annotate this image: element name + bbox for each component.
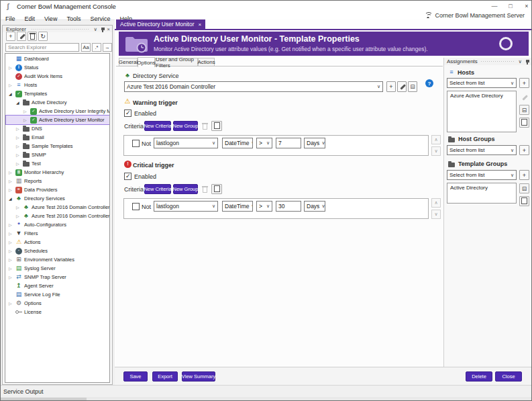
add-host-button[interactable]: +: [519, 78, 529, 88]
close-button-footer[interactable]: Close: [495, 371, 522, 382]
list-item-active-directory[interactable]: Active Directory: [447, 183, 516, 192]
collapse-arrow-icon[interactable]: ◢: [16, 100, 19, 105]
tab-user-and-group-filters[interactable]: User and Group Filters: [155, 58, 198, 66]
critical-operator-select[interactable]: >: [256, 201, 272, 212]
tree-item-active-directory[interactable]: ◢Active Directory: [6, 98, 109, 107]
expand-arrow-icon[interactable]: ▷: [23, 109, 27, 114]
tree-item-templates[interactable]: ◢✓Templates: [6, 89, 109, 98]
pin-icon[interactable]: [527, 60, 528, 64]
tree-item-test[interactable]: ▷Test: [6, 159, 109, 168]
critical-not-checkbox[interactable]: [132, 203, 140, 210]
expand-arrow-icon[interactable]: ▷: [16, 152, 19, 157]
horizontal-scrollbar[interactable]: [1, 397, 532, 401]
tree-item-actions[interactable]: ▷⚠Actions: [6, 238, 109, 247]
expand-arrow-icon[interactable]: ▷: [16, 144, 19, 148]
critical-enabled-checkbox[interactable]: [124, 173, 131, 180]
warning-copy-criteria-button[interactable]: [211, 121, 222, 131]
maximize-button[interactable]: □: [502, 1, 519, 11]
critical-value-input[interactable]: [276, 201, 301, 212]
warning-enabled-checkbox[interactable]: [124, 109, 131, 117]
view-summary-button[interactable]: View Summary: [182, 371, 215, 382]
critical-new-criteria-button[interactable]: New Criteria: [144, 184, 171, 194]
save-button[interactable]: Save: [123, 371, 148, 382]
tree-item-status[interactable]: ▷iStatus: [6, 63, 109, 72]
expand-arrow-icon[interactable]: ▷: [16, 214, 19, 218]
search-go-button[interactable]: →: [103, 43, 112, 52]
copy-template-group-button[interactable]: [519, 196, 529, 206]
warning-new-criteria-button[interactable]: New Criteria: [144, 121, 171, 131]
tree-item-options[interactable]: ▷⚙Options: [6, 299, 109, 308]
expand-arrow-icon[interactable]: ▷: [16, 205, 19, 210]
tree-item-monitor-hierarchy[interactable]: ▷≣Monitor Hierarchy: [6, 168, 109, 177]
menu-edit[interactable]: Edit: [20, 15, 40, 24]
warning-value-input[interactable]: [276, 138, 301, 148]
expand-arrow-icon[interactable]: ▷: [9, 249, 12, 253]
warning-not-checkbox[interactable]: [132, 140, 140, 147]
tree-item-syslog-server[interactable]: ▷▤Syslog Server: [6, 264, 109, 273]
host-groups-select[interactable]: Select from list: [447, 145, 517, 155]
warning-move-down-button[interactable]: ∨: [431, 146, 441, 156]
critical-unit-select[interactable]: Days: [304, 201, 325, 212]
tree-item-azure-test-2016-domain-controller-ssl[interactable]: ▷♣Azure Test 2016 Domain Controller (SSL…: [6, 212, 109, 220]
expand-arrow-icon[interactable]: ▷: [9, 65, 12, 70]
menu-file[interactable]: File: [1, 15, 20, 24]
directory-service-select[interactable]: Azure Test 2016 Domain Controller: [124, 81, 383, 92]
scrollbar-thumb[interactable]: [1, 398, 87, 400]
warning-type-select[interactable]: DateTime: [222, 138, 253, 148]
add-button[interactable]: +: [6, 32, 15, 41]
tree-item-dns[interactable]: ▷DNS: [6, 124, 109, 133]
tree-item-data-providers[interactable]: ▷≡Data Providers: [6, 185, 109, 194]
tree-item-email[interactable]: ▷Email: [6, 133, 109, 142]
tree-item-agent-server[interactable]: ↥Agent Server: [6, 281, 109, 290]
remove-template-group-button[interactable]: ⊟: [519, 183, 529, 193]
delete-button[interactable]: [28, 32, 37, 41]
collapse-arrow-icon[interactable]: ◢: [9, 91, 12, 96]
tree-item-dashboard[interactable]: ▦Dashboard: [6, 54, 109, 63]
chevron-down-icon[interactable]: ∨: [94, 26, 98, 32]
edit-host-button[interactable]: [519, 92, 529, 102]
tree-item-snmp-trap-server[interactable]: ▷⇄SNMP Trap Server: [6, 273, 109, 281]
expand-arrow-icon[interactable]: ▷: [9, 170, 12, 175]
add-host-group-button[interactable]: +: [519, 145, 529, 155]
tree-item-audit-work-items[interactable]: ✓Audit Work Items: [6, 72, 109, 81]
regex-button[interactable]: .*: [92, 43, 101, 52]
tree-item-azure-test-2016-domain-controller[interactable]: ▷♣Azure Test 2016 Domain Controller: [6, 203, 109, 212]
expand-arrow-icon[interactable]: ▷: [9, 266, 12, 271]
template-groups-select[interactable]: Select from list: [447, 170, 517, 180]
hosts-select[interactable]: Select from list: [447, 78, 517, 88]
copy-host-button[interactable]: [519, 118, 529, 128]
remove-directory-service-button[interactable]: ⊟: [408, 81, 417, 92]
tree-item-license[interactable]: License: [6, 308, 109, 316]
expand-arrow-icon[interactable]: ▷: [9, 222, 12, 227]
minimize-button[interactable]: —: [486, 1, 502, 11]
warning-delete-criteria-button[interactable]: [201, 122, 209, 131]
expand-arrow-icon[interactable]: ▷: [9, 301, 12, 306]
warning-move-up-button[interactable]: ∧: [431, 135, 441, 144]
tree-item-auto-configurators[interactable]: ▷*Auto-Configurators: [6, 220, 109, 229]
drag-handle[interactable]: [480, 60, 514, 62]
expand-arrow-icon[interactable]: ▷: [9, 83, 12, 87]
tab-general[interactable]: General: [119, 58, 138, 66]
add-directory-service-button[interactable]: +: [386, 81, 396, 92]
expand-arrow-icon[interactable]: ▷: [9, 257, 12, 262]
critical-delete-criteria-button[interactable]: [201, 185, 209, 194]
tree-item-active-directory-user-monitor[interactable]: ▷✓Active Directory User Monitor: [6, 116, 109, 124]
expand-arrow-icon[interactable]: ▷: [9, 275, 12, 279]
tree-item-environment-variables[interactable]: ▷⊞Environment Variables: [6, 255, 109, 264]
expand-arrow-icon[interactable]: ▷: [9, 231, 12, 236]
critical-move-up-button[interactable]: ∧: [431, 198, 441, 208]
warning-unit-select[interactable]: Days: [304, 138, 325, 148]
refresh-button[interactable]: ↻: [38, 32, 48, 41]
tree-item-filters[interactable]: ▷▼Filters: [6, 229, 109, 238]
tree-item-active-directory-user-integrity-monitor[interactable]: ▷✓Active Directory User Integrity Monito…: [6, 107, 109, 116]
critical-type-select[interactable]: DateTime: [222, 201, 253, 212]
critical-new-group-button[interactable]: New Group: [173, 184, 198, 194]
expand-arrow-icon[interactable]: ▷: [9, 179, 12, 183]
expand-arrow-icon[interactable]: ▷: [9, 187, 12, 192]
menu-service[interactable]: Service: [85, 15, 115, 24]
edit-directory-service-button[interactable]: [397, 81, 407, 92]
add-template-group-button[interactable]: +: [519, 170, 529, 180]
critical-field-select[interactable]: lastlogon: [154, 201, 218, 212]
expand-arrow-icon[interactable]: ▷: [16, 161, 19, 166]
expand-arrow-icon[interactable]: ▷: [23, 118, 27, 122]
